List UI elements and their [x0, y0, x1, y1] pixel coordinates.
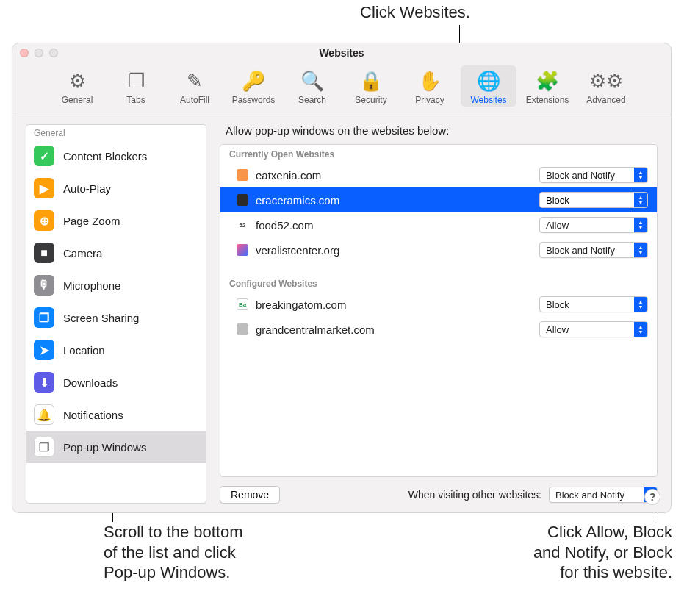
remove-button[interactable]: Remove [220, 486, 280, 504]
sidebar-item-label: Location [63, 344, 105, 357]
passwords-icon: 🔑 [242, 68, 265, 93]
toolbar-tab-privacy[interactable]: ✋Privacy [402, 65, 458, 107]
permission-popup[interactable]: Allow▲▼ [539, 321, 648, 337]
toolbar-tab-label: Privacy [415, 95, 444, 105]
sidebar-item-screen-sharing[interactable]: ❐Screen Sharing [26, 301, 206, 334]
sidebar-item-downloads[interactable]: ⬇Downloads [26, 366, 206, 398]
privacy-icon: ✋ [418, 68, 442, 93]
permission-value: Block and Notify [546, 170, 634, 181]
permission-popup[interactable]: Block▲▼ [539, 296, 648, 312]
site-row[interactable]: 52food52.comAllow▲▼ [220, 212, 657, 237]
permission-popup[interactable]: Block and Notify▲▼ [539, 242, 648, 258]
security-icon: 🔒 [359, 68, 383, 93]
sidebar-item-auto-play[interactable]: ▶Auto-Play [26, 172, 206, 204]
callout-bottom-left: Scroll to the bottom of the list and cli… [104, 522, 243, 583]
site-row[interactable]: eraceramics.comBlock▲▼ [220, 187, 657, 212]
sidebar-item-label: Camera [63, 247, 102, 259]
detail-heading: Allow pop-up windows on the websites bel… [226, 124, 658, 137]
permission-value: Allow [546, 324, 634, 335]
chevron-updown-icon: ▲▼ [634, 218, 647, 232]
permission-popup[interactable]: Block and Notify▲▼ [539, 167, 648, 183]
callout-bottom-right: Click Allow, Block and Notify, or Block … [511, 522, 672, 583]
sidebar-item-label: Pop-up Windows [63, 441, 146, 454]
help-button[interactable]: ? [644, 489, 660, 505]
site-name: veralistcenter.org [256, 244, 532, 257]
favicon [237, 323, 248, 335]
autofill-icon: ✎ [187, 68, 203, 93]
permission-popup[interactable]: Allow▲▼ [539, 217, 648, 233]
permission-value: Block [546, 195, 634, 206]
site-name: eraceramics.com [256, 194, 532, 207]
content-blockers-icon: ✓ [34, 146, 54, 166]
site-row[interactable]: Babreakingatom.comBlock▲▼ [220, 292, 657, 317]
sidebar-item-location[interactable]: ➤Location [26, 334, 206, 366]
preferences-toolbar: ⚙General❐Tabs✎AutoFill🔑Passwords🔍Search🔒… [12, 62, 671, 115]
zoom-button[interactable] [49, 49, 58, 57]
toolbar-tab-search[interactable]: 🔍Search [284, 65, 340, 107]
permission-value: Allow [546, 220, 634, 231]
auto-play-icon: ▶ [34, 178, 54, 198]
downloads-icon: ⬇ [34, 372, 54, 393]
permission-value: Block and Notify [546, 245, 634, 256]
favicon [237, 169, 248, 181]
camera-icon: ■ [34, 243, 54, 263]
chevron-updown-icon: ▲▼ [634, 297, 647, 312]
toolbar-tab-advanced[interactable]: ⚙⚙Advanced [578, 65, 634, 107]
popup-windows-icon: ❐ [34, 437, 54, 457]
toolbar-tab-label: AutoFill [180, 95, 209, 105]
toolbar-tab-passwords[interactable]: 🔑Passwords [226, 65, 281, 107]
other-websites-label: When visiting other websites: [408, 489, 541, 501]
toolbar-tab-label: Websites [470, 95, 506, 105]
site-row[interactable]: veralistcenter.orgBlock and Notify▲▼ [220, 237, 657, 262]
toolbar-tab-extensions[interactable]: 🧩Extensions [519, 65, 575, 107]
site-row[interactable]: eatxenia.comBlock and Notify▲▼ [220, 162, 657, 187]
screen-sharing-icon: ❐ [34, 307, 54, 328]
sidebar-item-camera[interactable]: ■Camera [26, 237, 206, 269]
toolbar-tab-label: General [62, 95, 93, 105]
close-button[interactable] [20, 49, 29, 57]
site-name: eatxenia.com [256, 169, 532, 182]
toolbar-tab-label: Passwords [232, 95, 276, 105]
toolbar-tab-label: Tabs [126, 95, 145, 105]
sidebar-item-microphone[interactable]: 🎙Microphone [26, 269, 206, 301]
toolbar-tab-label: Search [298, 95, 326, 105]
toolbar-tab-general[interactable]: ⚙General [49, 65, 105, 107]
site-row[interactable]: grandcentralmarket.comAllow▲▼ [220, 317, 657, 342]
sidebar-item-label: Page Zoom [63, 215, 120, 227]
page-zoom-icon: ⊕ [34, 210, 54, 231]
websites-icon: 🌐 [477, 68, 500, 93]
permission-popup[interactable]: Block▲▼ [539, 192, 648, 208]
sidebar-item-label: Microphone [63, 279, 120, 292]
minimize-button[interactable] [35, 49, 43, 57]
settings-detail: Allow pop-up windows on the websites bel… [220, 124, 658, 504]
sidebar-item-label: Auto-Play [63, 182, 111, 195]
toolbar-tab-label: Advanced [586, 95, 625, 105]
toolbar-tab-websites[interactable]: 🌐Websites [461, 65, 516, 107]
other-websites-popup[interactable]: Block and Notify ▲▼ [549, 487, 658, 503]
window-title: Websites [319, 47, 364, 59]
toolbar-tab-tabs[interactable]: ❐Tabs [108, 65, 164, 107]
toolbar-tab-label: Extensions [526, 95, 569, 105]
sidebar-item-content-blockers[interactable]: ✓Content Blockers [26, 140, 206, 172]
sidebar-item-popup-windows[interactable]: ❐Pop-up Windows [26, 431, 206, 463]
favicon [237, 194, 248, 206]
sidebar-item-label: Notifications [63, 409, 123, 421]
sidebar-item-notifications[interactable]: 🔔Notifications [26, 398, 206, 431]
sidebar-item-label: Screen Sharing [63, 312, 139, 324]
search-icon: 🔍 [300, 68, 324, 93]
sidebar-item-label: Downloads [63, 376, 118, 389]
toolbar-tab-autofill[interactable]: ✎AutoFill [167, 65, 223, 107]
preferences-window: Websites ⚙General❐Tabs✎AutoFill🔑Password… [12, 43, 672, 513]
notifications-icon: 🔔 [34, 404, 54, 425]
toolbar-tab-label: Security [355, 95, 386, 105]
settings-sidebar: General ✓Content Blockers▶Auto-Play⊕Page… [26, 124, 206, 504]
favicon [237, 244, 248, 256]
sidebar-item-label: Content Blockers [63, 150, 147, 162]
favicon: Ba [237, 298, 248, 310]
sidebar-item-page-zoom[interactable]: ⊕Page Zoom [26, 204, 206, 237]
callout-top: Click Websites. [360, 3, 470, 22]
toolbar-tab-security[interactable]: 🔒Security [343, 65, 399, 107]
tabs-icon: ❐ [128, 68, 145, 93]
websites-list: Currently Open Websiteseatxenia.comBlock… [220, 144, 658, 477]
traffic-lights [20, 49, 58, 57]
